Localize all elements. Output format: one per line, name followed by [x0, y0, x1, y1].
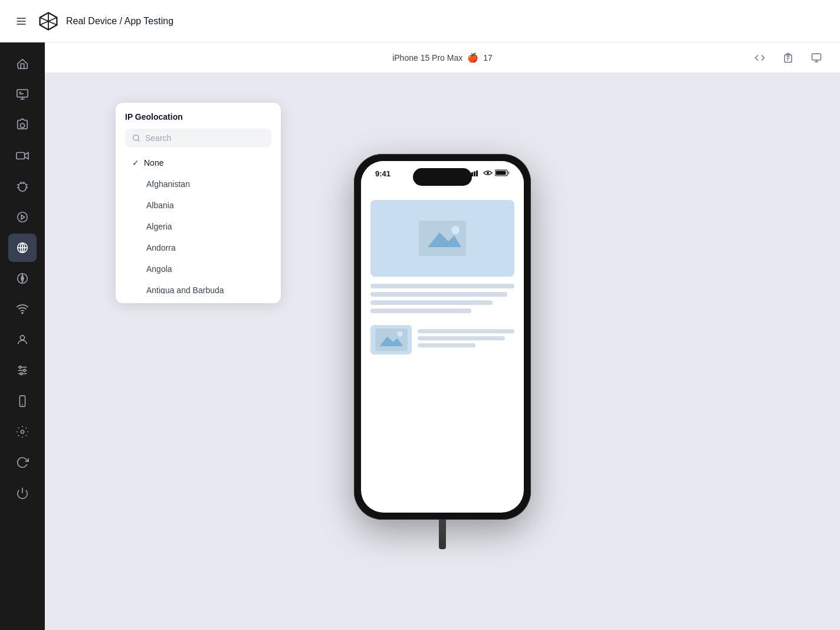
geo-item-algeria[interactable]: Algeria: [125, 216, 271, 237]
top-bar: Real Device / App Testing: [0, 0, 840, 42]
svg-rect-37: [476, 170, 478, 176]
sidebar-item-sliders[interactable]: [8, 356, 37, 385]
phone-screen: 9:41: [361, 161, 524, 513]
geo-search-container: [125, 129, 271, 147]
code-button[interactable]: [750, 48, 769, 67]
svg-point-15: [22, 313, 23, 314]
device-actions: [750, 48, 826, 67]
svg-rect-3: [17, 90, 28, 97]
geo-item-albania[interactable]: Albania: [125, 195, 271, 216]
geo-item-label: Algeria: [146, 222, 172, 231]
phone-image-large: [370, 200, 514, 277]
apple-icon: 🍎: [467, 52, 478, 63]
page-title: Real Device / App Testing: [66, 16, 173, 27]
phone-text-lines: [370, 284, 514, 313]
geo-item-andorra[interactable]: Andorra: [125, 237, 271, 258]
checkmark-icon: ✓: [132, 158, 139, 168]
phone-app-content: [361, 191, 524, 364]
main-content: IP Geolocation ✓NoneAfghanistanAlbaniaAl…: [45, 73, 840, 630]
svg-point-21: [24, 369, 26, 372]
search-input[interactable]: [145, 133, 264, 143]
clipboard-button[interactable]: [779, 48, 798, 67]
svg-rect-41: [508, 172, 510, 175]
device-settings-button[interactable]: [807, 48, 826, 67]
svg-point-4: [20, 123, 24, 127]
sidebar-item-power[interactable]: [8, 479, 37, 507]
sidebar-item-compass[interactable]: [8, 264, 37, 293]
phone-list-thumb: [370, 325, 412, 355]
geo-item-angola[interactable]: Angola: [125, 258, 271, 280]
svg-point-47: [397, 332, 402, 337]
phone-time: 9:41: [375, 169, 391, 178]
sidebar-item-screenshot[interactable]: [8, 111, 37, 139]
sidebar-item-media[interactable]: [8, 203, 37, 231]
phone-mockup: 9:41: [354, 154, 531, 520]
svg-rect-32: [812, 54, 821, 60]
sidebar-item-inspector[interactable]: [8, 80, 37, 109]
sidebar: [0, 42, 45, 630]
svg-point-38: [487, 172, 489, 174]
svg-rect-36: [474, 171, 475, 176]
phone-list-item: [370, 325, 514, 355]
geo-panel-title: IP Geolocation: [125, 112, 271, 122]
svg-point-6: [18, 212, 28, 222]
sidebar-item-device-info[interactable]: [8, 387, 37, 415]
svg-point-25: [21, 430, 24, 434]
geo-item-label: Antigua and Barbuda: [146, 286, 224, 294]
search-icon: [132, 134, 140, 142]
phone-container: 9:41: [354, 154, 531, 549]
device-name: iPhone 15 Pro Max: [392, 53, 462, 63]
dynamic-island: [413, 168, 472, 186]
sidebar-item-network[interactable]: [8, 295, 37, 323]
svg-point-16: [20, 336, 24, 340]
svg-rect-23: [19, 396, 25, 406]
svg-point-33: [133, 135, 139, 140]
svg-rect-40: [496, 171, 506, 175]
geo-item-afghanistan[interactable]: Afghanistan: [125, 173, 271, 195]
svg-point-44: [451, 226, 460, 234]
geo-panel: IP Geolocation ✓NoneAfghanistanAlbaniaAl…: [116, 103, 281, 303]
svg-rect-5: [17, 153, 25, 159]
phone-list-text: [418, 329, 514, 350]
svg-point-20: [19, 366, 22, 369]
device-info: iPhone 15 Pro Max 🍎 17: [392, 52, 493, 63]
device-header: iPhone 15 Pro Max 🍎 17: [45, 42, 840, 73]
sidebar-item-refresh[interactable]: [8, 448, 37, 477]
geo-item-label: Andorra: [146, 243, 176, 252]
sidebar-item-profile[interactable]: [8, 326, 37, 354]
app-logo: [38, 11, 59, 32]
sidebar-item-geolocation[interactable]: [8, 234, 37, 262]
sidebar-item-video[interactable]: [8, 142, 37, 170]
geo-item-antigua[interactable]: Antigua and Barbuda: [125, 280, 271, 294]
sidebar-item-settings[interactable]: [8, 418, 37, 446]
ios-version: 17: [483, 53, 493, 63]
content-area: iPhone 15 Pro Max 🍎 17: [45, 42, 840, 630]
geo-list: ✓NoneAfghanistanAlbaniaAlgeriaAndorraAng…: [125, 152, 271, 294]
geo-item-label: None: [144, 158, 163, 168]
svg-rect-45: [375, 329, 407, 351]
phone-cable: [439, 520, 446, 549]
geo-item-label: Afghanistan: [146, 179, 190, 189]
svg-line-34: [138, 140, 140, 142]
sidebar-item-debug[interactable]: [8, 172, 37, 201]
svg-marker-7: [21, 215, 25, 219]
geo-item-none[interactable]: ✓None: [125, 152, 271, 173]
svg-point-14: [21, 277, 24, 280]
sidebar-item-home[interactable]: [8, 50, 37, 78]
phone-status-icons: [471, 169, 510, 176]
svg-point-22: [20, 373, 22, 375]
geo-item-label: Angola: [146, 264, 172, 274]
menu-button[interactable]: [12, 12, 31, 31]
main-layout: iPhone 15 Pro Max 🍎 17: [0, 42, 840, 630]
geo-item-label: Albania: [146, 201, 174, 210]
